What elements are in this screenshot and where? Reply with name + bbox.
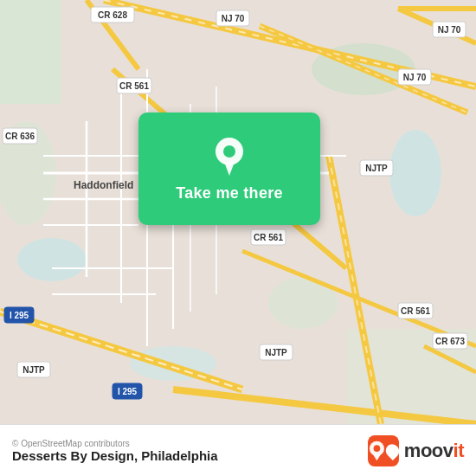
svg-text:CR 636: CR 636: [5, 132, 35, 141]
svg-text:NJTP: NJTP: [365, 164, 388, 173]
svg-point-3: [17, 238, 87, 281]
svg-marker-66: [224, 162, 235, 176]
moovit-logo: moovit: [368, 435, 464, 466]
svg-text:NJ 70: NJ 70: [438, 25, 461, 35]
place-name: Desserts By Design, Philadelphia: [12, 448, 218, 463]
svg-text:CR 673: CR 673: [435, 337, 465, 346]
svg-point-2: [389, 130, 441, 216]
moovit-pin-icon: [368, 440, 386, 462]
svg-text:I 295: I 295: [10, 311, 29, 320]
svg-point-70: [373, 445, 380, 452]
location-pin-icon: [212, 136, 247, 177]
svg-text:NJTP: NJTP: [23, 365, 45, 375]
svg-text:I 295: I 295: [118, 387, 138, 396]
moovit-icon: [368, 435, 399, 466]
svg-rect-5: [0, 0, 61, 104]
svg-text:NJTP: NJTP: [265, 348, 287, 357]
svg-point-67: [223, 145, 235, 158]
svg-text:NJ 70: NJ 70: [403, 73, 427, 82]
svg-text:Haddonfield: Haddonfield: [74, 179, 133, 191]
svg-text:CR 561: CR 561: [254, 233, 283, 242]
map-container: CR 628 NJ 70 NJ 70 NJ 70 I 295 I 295 NJT…: [0, 0, 476, 424]
svg-text:CR 561: CR 561: [401, 306, 430, 316]
svg-text:CR 561: CR 561: [119, 81, 149, 91]
take-me-there-card[interactable]: Take me there: [138, 113, 320, 225]
svg-text:NJ 70: NJ 70: [222, 14, 245, 23]
place-info: © OpenStreetMap contributors Desserts By…: [12, 439, 218, 463]
svg-text:CR 628: CR 628: [98, 10, 127, 20]
moovit-text-label: moovit: [404, 440, 464, 462]
bottom-bar: © OpenStreetMap contributors Desserts By…: [0, 424, 476, 476]
take-me-there-label: Take me there: [176, 184, 283, 203]
map-attribution: © OpenStreetMap contributors: [12, 439, 218, 448]
svg-marker-69: [373, 453, 381, 460]
